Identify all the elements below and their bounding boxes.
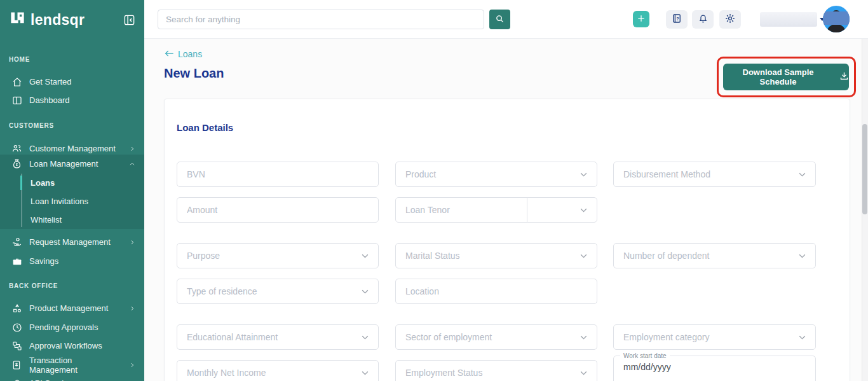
- hand-coin-icon: [11, 237, 22, 247]
- product-select[interactable]: Product: [395, 162, 597, 187]
- add-button[interactable]: [633, 11, 649, 27]
- sidebar-item-api-service[interactable]: API Service: [0, 374, 144, 381]
- purpose-select[interactable]: Purpose: [177, 243, 379, 268]
- type-of-residence-select[interactable]: Type of residence: [177, 279, 379, 304]
- workflow-icon: [11, 341, 22, 351]
- disbursement-method-select[interactable]: Disbursement Method: [613, 162, 816, 187]
- chevron-up-icon: [129, 161, 135, 167]
- search-input[interactable]: [158, 10, 484, 29]
- sidebar-item-get-started[interactable]: Get Started: [0, 73, 144, 91]
- chevron-down-icon: [798, 335, 806, 340]
- dashboard-icon: [11, 95, 22, 106]
- amount-input[interactable]: [177, 197, 379, 223]
- loan-tenor-unit-select[interactable]: [527, 197, 597, 223]
- money-bag-icon: [11, 158, 22, 169]
- work-start-date-input[interactable]: [623, 362, 750, 372]
- sidebar-item-loan-invitations[interactable]: Loan Invitations: [0, 192, 144, 211]
- org-shapes-icon: [11, 303, 22, 314]
- chevron-down-icon: [361, 289, 369, 294]
- lendsqr-logo[interactable]: lendsqr: [9, 10, 85, 30]
- notifications-button[interactable]: [692, 10, 714, 29]
- sidebar-section-customers: CUSTOMERS: [9, 122, 54, 129]
- search-button[interactable]: [489, 10, 510, 29]
- employment-category-select[interactable]: Employment category: [613, 324, 816, 350]
- loan-tenor-input[interactable]: [395, 197, 527, 223]
- bvn-input[interactable]: [177, 162, 379, 187]
- chevron-right-icon: [129, 305, 135, 312]
- breadcrumb-label: Loans: [178, 49, 202, 59]
- sidebar-item-dashboard[interactable]: Dashboard: [0, 91, 144, 109]
- chevron-down-icon: [361, 370, 369, 376]
- help-docs-button[interactable]: ?: [666, 10, 688, 29]
- download-sample-schedule-button[interactable]: Download Sample Schedule: [723, 64, 849, 90]
- chevron-right-icon: [129, 146, 135, 152]
- collapse-sidebar-icon[interactable]: [123, 14, 135, 29]
- employment-status-select[interactable]: Employment Status: [395, 360, 597, 381]
- chevron-down-icon: [580, 207, 588, 213]
- lendsqr-logo-icon: [9, 10, 26, 30]
- chevron-down-icon: [580, 370, 588, 376]
- chevron-down-icon: [798, 253, 806, 259]
- download-icon: [839, 71, 849, 83]
- chevron-down-icon: [580, 253, 588, 259]
- chevron-down-icon: [798, 172, 806, 177]
- educational-attainment-select[interactable]: Educational Attainment: [177, 324, 379, 350]
- scrollbar-track[interactable]: [862, 39, 868, 381]
- marital-status-select[interactable]: Marital Status: [395, 243, 597, 268]
- number-of-dependent-select[interactable]: Number of dependent: [613, 243, 816, 268]
- sidebar-item-savings[interactable]: Savings: [0, 252, 144, 270]
- plus-icon: [637, 14, 646, 25]
- work-start-date-field[interactable]: Work start date: [613, 352, 816, 381]
- page-title: New Loan: [164, 66, 224, 81]
- clock-icon: [11, 322, 22, 333]
- scrollbar-thumb[interactable]: [862, 124, 867, 214]
- sidebar-item-whitelist[interactable]: Whitelist: [0, 211, 144, 229]
- briefcase-icon: [11, 256, 22, 267]
- sidebar-item-loan-management[interactable]: Loan Management: [0, 155, 144, 173]
- sidebar-section-back-office: BACK OFFICE: [9, 282, 58, 289]
- chevron-down-icon: [361, 253, 369, 259]
- back-arrow-icon: [164, 49, 174, 59]
- monthly-net-income-select[interactable]: Monthly Net Income: [177, 360, 379, 381]
- gear-icon: [724, 13, 736, 26]
- avatar[interactable]: [823, 6, 850, 32]
- avatar-redaction: [823, 11, 850, 25]
- logo-text: lendsqr: [31, 11, 85, 29]
- sidebar-item-loans[interactable]: Loans: [0, 174, 144, 192]
- topbar: ?: [144, 0, 868, 39]
- users-icon: [11, 143, 22, 154]
- work-start-date-label: Work start date: [620, 352, 670, 359]
- home-icon: [11, 77, 22, 87]
- sidebar-item-transaction-management[interactable]: Transaction Management: [0, 356, 144, 374]
- chevron-right-icon: [129, 239, 135, 246]
- docs-question-icon: ?: [671, 13, 682, 26]
- main-content: Loans New Loan Download Sample Schedule …: [144, 39, 868, 381]
- sidebar-item-approval-workflows[interactable]: Approval Workflows: [0, 336, 144, 355]
- username-redacted[interactable]: [760, 12, 817, 27]
- chevron-right-icon: [129, 362, 135, 368]
- bank-icon: [11, 378, 22, 381]
- search-icon: [495, 14, 505, 25]
- sidebar-item-product-management[interactable]: Product Management: [0, 299, 144, 317]
- chevron-down-icon: [580, 172, 588, 177]
- loan-details-card: Loan Details Product Disbursement Method…: [164, 99, 850, 381]
- sidebar-item-request-management[interactable]: Request Management: [0, 233, 144, 251]
- settings-button[interactable]: [719, 10, 741, 29]
- document-transfer-icon: [11, 360, 22, 370]
- sidebar: lendsqr HOME Get Started Dashboard CUSTO…: [0, 0, 144, 381]
- chevron-down-icon: [361, 335, 369, 340]
- breadcrumb[interactable]: Loans: [164, 49, 202, 59]
- sidebar-item-pending-approvals[interactable]: Pending Approvals: [0, 318, 144, 336]
- location-input[interactable]: [395, 279, 597, 304]
- bell-icon: [698, 13, 709, 26]
- sector-of-employment-select[interactable]: Sector of employment: [395, 324, 597, 350]
- sidebar-section-home: HOME: [9, 56, 30, 63]
- section-title: Loan Details: [177, 122, 233, 133]
- svg-text:?: ?: [676, 16, 679, 22]
- chevron-down-icon: [580, 335, 588, 340]
